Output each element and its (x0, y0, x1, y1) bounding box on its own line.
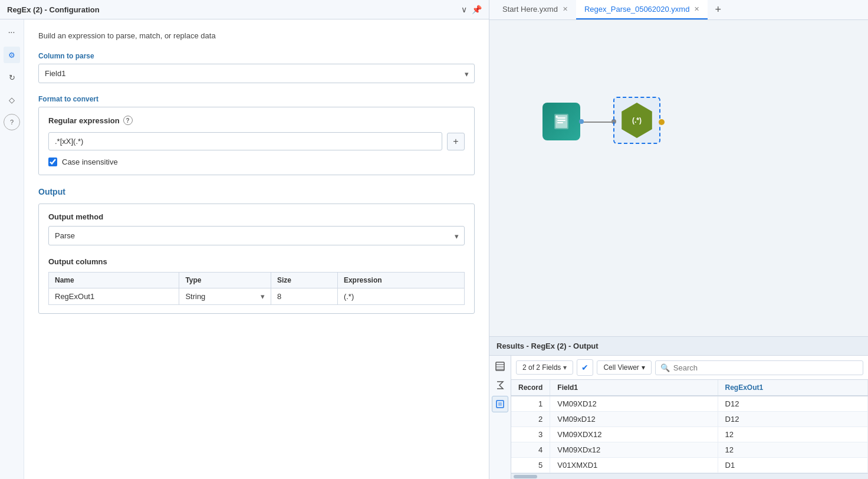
help-circle-icon[interactable]: ? (4, 114, 20, 130)
table-row: RegExOut1 String ▾ 8 (.*) (49, 288, 465, 305)
col-header-type: Type (179, 273, 271, 288)
column-parse-wrapper: Field1 ▾ (38, 64, 475, 83)
results-panel: Results - RegEx (2) - Output (489, 336, 868, 479)
regex-help-icon[interactable]: ? (123, 116, 133, 125)
apply-fields-button[interactable]: ✔ (577, 359, 593, 376)
results-main: 2 of 2 Fields ▾ ✔ Cell Viewer ▾ 🔍 (489, 356, 868, 479)
workflow-area: (.*) (489, 20, 868, 336)
col-type-arrow-icon: ▾ (261, 292, 265, 301)
panel-title: RegEx (2) - Configuration (7, 5, 100, 14)
case-insensitive-label[interactable]: Case insensitive (62, 158, 118, 166)
output-section-title: Output (38, 187, 475, 196)
horizontal-scrollbar[interactable] (511, 473, 868, 479)
tab-start-here-close-icon[interactable]: ✕ (563, 6, 568, 12)
tabs-bar: Start Here.yxmd ✕ Regex_Parse_05062020.y… (489, 0, 868, 20)
col-header-size: Size (271, 273, 337, 288)
table-row: 3 VM09XDX12 12 (511, 427, 868, 442)
fields-badge-arrow-icon: ▾ (563, 363, 567, 372)
tab-regex-parse-close-icon[interactable]: ✕ (694, 6, 699, 12)
col-header-name: Name (49, 273, 179, 288)
output-method-select[interactable]: Parse (48, 226, 465, 245)
add-tab-button[interactable]: + (708, 0, 728, 19)
search-icon: 🔍 (660, 363, 670, 372)
tab-start-here[interactable]: Start Here.yxmd ✕ (494, 0, 576, 19)
cell-viewer-button[interactable]: Cell Viewer ▾ (597, 360, 651, 375)
col-header-field1: Field1 (550, 380, 718, 396)
column-parse-select[interactable]: Field1 (38, 64, 475, 83)
table-row: 4 VM09XDx12 12 (511, 442, 868, 458)
minimize-icon[interactable]: ∨ (461, 5, 467, 14)
regex-label: Regular expression (48, 116, 120, 125)
results-cell-icon[interactable] (492, 396, 508, 412)
panel-header-icons: ∨ 📌 (461, 5, 482, 14)
column-parse-label: Column to parse (38, 52, 475, 60)
panel-content: ··· ⚙ ↻ ◇ ? Build an expression to parse… (0, 19, 489, 479)
regex-add-button[interactable]: + (447, 133, 465, 150)
record-4: 4 (511, 442, 550, 458)
search-input[interactable] (673, 363, 858, 372)
format-convert-label: Format to convert (38, 95, 475, 103)
format-box: Regular expression ? + Case insensitive (38, 107, 475, 175)
record-1: 1 (511, 396, 550, 412)
case-insensitive-row: Case insensitive (48, 158, 465, 166)
tab-regex-parse[interactable]: Regex_Parse_05062020.yxmd ✕ (576, 0, 708, 19)
svg-point-2 (555, 116, 558, 118)
scroll-thumb[interactable] (514, 475, 537, 478)
panel-header: RegEx (2) - Configuration ∨ 📌 (0, 0, 489, 19)
cell-viewer-label: Cell Viewer (603, 363, 639, 372)
field1-2: VM09xD12 (550, 412, 718, 427)
cell-viewer-arrow-icon: ▾ (642, 363, 645, 372)
col-header-expression: Expression (337, 273, 464, 288)
col-header-regexout1: RegExOut1 (718, 380, 867, 396)
regex-input-row: + (48, 132, 465, 150)
output-box: Output method Parse ▾ Output columns Nam… (38, 204, 475, 314)
data-table-wrapper: Record Field1 RegExOut1 1 VM09XD12 D12 (511, 380, 868, 473)
output-method-wrapper: Parse ▾ (48, 226, 465, 245)
more-dots-icon[interactable]: ··· (4, 24, 20, 41)
results-table-icon[interactable] (492, 358, 508, 375)
output-method-label: Output method (48, 212, 465, 221)
output-columns-table: Name Type Size Expression RegExOut1 Stri… (48, 272, 465, 305)
col-type: String ▾ (179, 288, 271, 305)
field1-5: V01XMXD1 (550, 458, 718, 473)
table-row: 1 VM09XD12 D12 (511, 396, 868, 412)
fields-count-badge[interactable]: 2 of 2 Fields ▾ (516, 360, 573, 375)
pin-icon[interactable]: 📌 (472, 5, 482, 14)
case-insensitive-checkbox[interactable] (48, 158, 57, 166)
connector-dot-left (579, 119, 584, 124)
regexout1-5: D1 (718, 458, 867, 473)
regex-node[interactable]: (.*) (613, 97, 660, 144)
col-header-record: Record (511, 380, 550, 396)
search-box: 🔍 (655, 360, 863, 375)
refresh-icon[interactable]: ↻ (4, 69, 20, 86)
results-side-icons (489, 356, 511, 479)
record-2: 2 (511, 412, 550, 427)
output-connector-dot (659, 119, 665, 125)
regex-node-label: (.*) (632, 116, 642, 124)
tag-icon[interactable]: ◇ (4, 91, 20, 108)
config-area: Build an expression to parse, match, or … (24, 19, 489, 479)
record-3: 3 (511, 427, 550, 442)
config-panel: RegEx (2) - Configuration ∨ 📌 ··· ⚙ ↻ ◇ … (0, 0, 489, 479)
hex-node-icon: (.*) (619, 103, 655, 138)
tab-regex-parse-label: Regex_Parse_05062020.yxmd (584, 5, 690, 14)
tab-start-here-label: Start Here.yxmd (502, 5, 558, 14)
output-columns-title: Output columns (48, 257, 465, 266)
config-description: Build an expression to parse, match, or … (38, 31, 475, 40)
field1-1: VM09XD12 (550, 396, 718, 412)
connector-line (580, 122, 614, 123)
regex-input[interactable] (48, 132, 442, 150)
results-content: 2 of 2 Fields ▾ ✔ Cell Viewer ▾ 🔍 (511, 356, 868, 479)
results-header: Results - RegEx (2) - Output (489, 337, 868, 356)
regexout1-2: D12 (718, 412, 867, 427)
regexout1-4: 12 (718, 442, 867, 458)
results-toolbar: 2 of 2 Fields ▾ ✔ Cell Viewer ▾ 🔍 (511, 356, 868, 380)
results-data-table: Record Field1 RegExOut1 1 VM09XD12 D12 (511, 380, 868, 473)
input-node[interactable] (542, 103, 580, 140)
field1-3: VM09XDX12 (550, 427, 718, 442)
settings-icon[interactable]: ⚙ (4, 47, 20, 63)
svg-rect-8 (498, 402, 502, 406)
results-sum-icon[interactable] (492, 377, 508, 393)
fields-count-label: 2 of 2 Fields (522, 363, 561, 372)
table-row: 2 VM09xD12 D12 (511, 412, 868, 427)
